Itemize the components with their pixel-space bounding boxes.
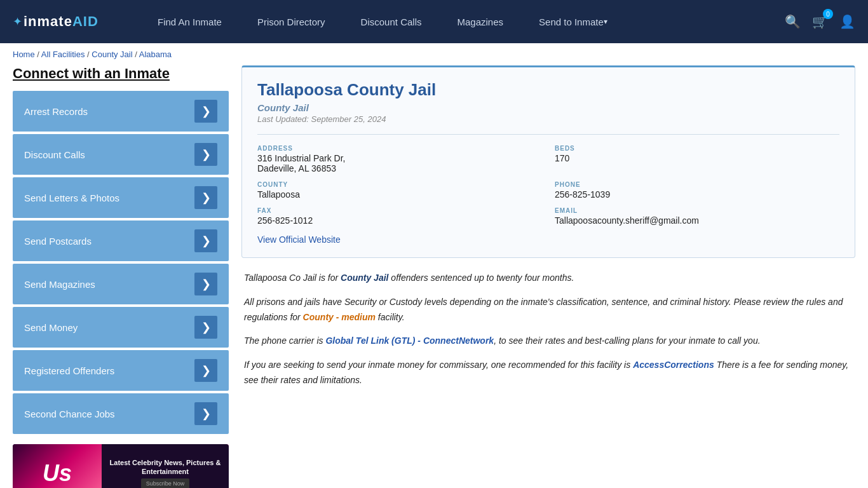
county-medium-highlight: County - medium [303,312,376,322]
email-label: EMAIL [555,207,839,214]
email-cell: EMAIL Tallapoosacounty.sheriff@gmail.com [555,207,839,226]
sidebar-item-label: Send Postcards [24,236,92,247]
sidebar-item-arrest-records[interactable]: Arrest Records ❯ [13,91,229,132]
phone-label: PHONE [555,181,839,188]
nav-prison-directory[interactable]: Prison Directory [240,0,343,43]
main-content: Tallapoosa County Jail County Jail Last … [241,65,855,488]
ad-content: Us Latest Celebrity News, Pictures & Ent… [13,444,229,488]
sidebar-item-label: Registered Offenders [24,365,114,376]
access-corrections-highlight: AccessCorrections [633,360,714,370]
cart-badge: 0 [823,9,833,19]
sidebar-title: Connect with an Inmate [13,65,229,82]
logo[interactable]: ✦ inmateAID [13,13,114,30]
facility-updated: Last Updated: September 25, 2024 [257,114,839,124]
desc-para1-before: Tallapoosa Co Jail is for [244,273,341,283]
sidebar-item-second-chance-jobs[interactable]: Second Chance Jobs ❯ [13,393,229,434]
nav-discount-calls[interactable]: Discount Calls [343,0,440,43]
arrow-icon: ❯ [194,359,217,382]
breadcrumb-state[interactable]: Alabama [139,50,172,59]
county-cell: COUNTY Tallapoosa [257,181,542,200]
desc-para3: The phone carrier is Global Tel Link (GT… [244,334,853,349]
fax-label: FAX [257,207,542,214]
facility-info-grid: ADDRESS 316 Industrial Park Dr,Dadeville… [257,134,839,226]
desc-para2-after: facility. [376,312,405,322]
arrow-icon: ❯ [194,186,217,209]
county-value: Tallapoosa [257,189,542,200]
phone-value: 256-825-1039 [555,189,839,200]
address-cell: ADDRESS 316 Industrial Park Dr,Dadeville… [257,145,542,173]
desc-para1-after: offenders sentenced up to twenty four mo… [388,273,574,283]
arrow-icon: ❯ [194,100,217,123]
sidebar-item-label: Second Chance Jobs [24,409,115,419]
address-label: ADDRESS [257,145,542,152]
cart-button[interactable]: 🛒 0 [812,14,828,29]
nav-magazines[interactable]: Magazines [439,0,521,43]
facility-description: Tallapoosa Co Jail is for County Jail of… [241,271,855,388]
breadcrumb-county-jail[interactable]: County Jail [92,50,132,59]
logo-icon: ✦ [13,15,22,29]
breadcrumb: Home / All Facilities / County Jail / Al… [0,43,868,65]
desc-para2: All prisons and jails have Security or C… [244,295,853,325]
breadcrumb-all-facilities[interactable]: All Facilities [41,50,85,59]
ad-title: Latest Celebrity News, Pictures & Entert… [107,458,224,477]
sidebar-item-label: Discount Calls [24,149,85,160]
sidebar: Connect with an Inmate Arrest Records ❯ … [13,65,229,488]
beds-cell: BEDS 170 [555,145,839,173]
facility-info-card: Tallapoosa County Jail County Jail Last … [241,65,855,258]
nav-send-to-inmate[interactable]: Send to Inmate [521,0,625,43]
view-website-link[interactable]: View Official Website [257,234,341,245]
sidebar-menu: Arrest Records ❯ Discount Calls ❯ Send L… [13,91,229,434]
search-icon[interactable]: 🔍 [785,14,801,29]
desc-para4-before: If you are seeking to send your inmate m… [244,360,633,370]
sidebar-item-label: Send Magazines [24,279,95,290]
sidebar-item-registered-offenders[interactable]: Registered Offenders ❯ [13,350,229,391]
user-icon[interactable]: 👤 [839,14,855,29]
sidebar-item-discount-calls[interactable]: Discount Calls ❯ [13,134,229,175]
county-jail-highlight: County Jail [341,273,388,283]
nav-find-inmate[interactable]: Find An Inmate [140,0,240,43]
sidebar-item-send-letters[interactable]: Send Letters & Photos ❯ [13,177,229,218]
desc-para3-after: , to see their rates and best-calling pl… [494,336,760,346]
ad-image: Us [13,444,102,488]
logo-text: inmateAID [24,13,98,30]
desc-para3-before: The phone carrier is [244,336,325,346]
sidebar-item-label: Arrest Records [24,106,88,117]
sidebar-item-send-money[interactable]: Send Money ❯ [13,307,229,348]
ad-text-area: Latest Celebrity News, Pictures & Entert… [102,444,229,488]
sidebar-item-label: Send Letters & Photos [24,193,119,203]
facility-type: County Jail [257,102,839,113]
arrow-icon: ❯ [194,402,217,425]
gtl-highlight: Global Tel Link (GTL) - ConnectNetwork [325,336,494,346]
phone-cell: PHONE 256-825-1039 [555,181,839,200]
desc-para1: Tallapoosa Co Jail is for County Jail of… [244,271,853,286]
county-label: COUNTY [257,181,542,188]
fax-value: 256-825-1012 [257,215,542,226]
advertisement-banner[interactable]: Us Latest Celebrity News, Pictures & Ent… [13,444,229,488]
arrow-icon: ❯ [194,143,217,166]
sidebar-item-label: Send Money [24,322,78,333]
sidebar-item-send-magazines[interactable]: Send Magazines ❯ [13,264,229,304]
desc-para4: If you are seeking to send your inmate m… [244,358,853,388]
site-header: ✦ inmateAID Find An Inmate Prison Direct… [0,0,868,43]
main-layout: Connect with an Inmate Arrest Records ❯ … [0,65,868,488]
address-value: 316 Industrial Park Dr,Dadeville, AL 368… [257,153,542,173]
sidebar-item-send-postcards[interactable]: Send Postcards ❯ [13,220,229,261]
arrow-icon: ❯ [194,273,217,295]
beds-label: BEDS [555,145,839,152]
ad-subscribe-button[interactable]: Subscribe Now [141,478,190,488]
header-right: 🔍 🛒 0 👤 [785,14,855,29]
main-nav: Find An Inmate Prison Directory Discount… [140,0,785,43]
breadcrumb-home[interactable]: Home [13,50,35,59]
email-value: Tallapoosacounty.sheriff@gmail.com [555,215,839,226]
facility-name: Tallapoosa County Jail [257,80,839,100]
beds-value: 170 [555,153,839,163]
arrow-icon: ❯ [194,316,217,339]
arrow-icon: ❯ [194,229,217,252]
fax-cell: FAX 256-825-1012 [257,207,542,226]
